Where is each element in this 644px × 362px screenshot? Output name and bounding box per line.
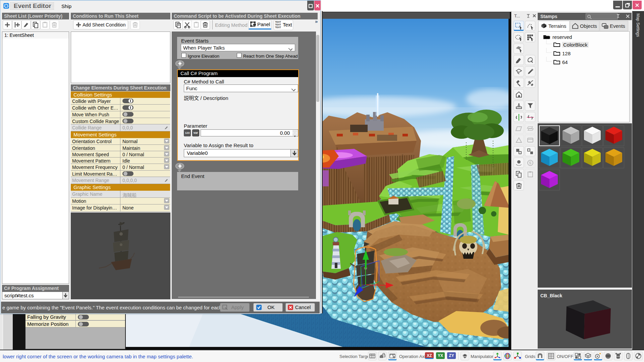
svg-text:S: S bbox=[529, 161, 531, 165]
